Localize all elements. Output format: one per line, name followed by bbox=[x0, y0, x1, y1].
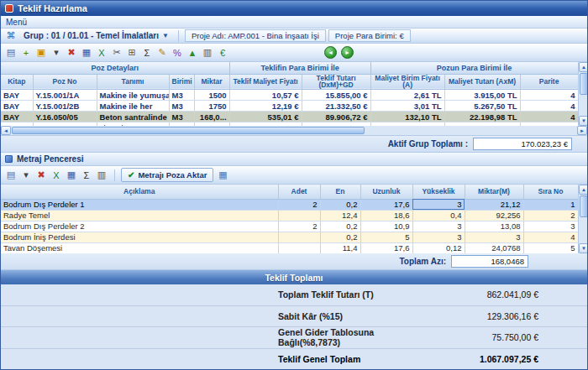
cell-birim[interactable]: M3 bbox=[169, 101, 194, 112]
cell-adet[interactable]: 2 bbox=[278, 221, 320, 232]
scroll-up-icon[interactable]: ▲ bbox=[579, 185, 587, 195]
cell-parite[interactable]: 4 bbox=[520, 112, 578, 122]
excel-icon[interactable]: X bbox=[95, 46, 108, 60]
scroll-down-icon[interactable]: ▼ bbox=[579, 116, 587, 126]
scrollbar-thumb[interactable] bbox=[580, 73, 587, 95]
print-icon[interactable]: ▥ bbox=[95, 169, 108, 182]
col-header-maliyet-tutari[interactable]: Maliyet Tutarı (AxM) bbox=[444, 74, 520, 90]
cell-miktar-m[interactable]: 21,12 bbox=[465, 199, 523, 210]
add-icon[interactable]: + bbox=[19, 46, 33, 60]
cell-yukseklik[interactable]: 0,12 bbox=[412, 242, 465, 253]
cell-pozno[interactable]: Y.15.001/1A bbox=[33, 90, 97, 101]
cell-aciklama[interactable]: Bodrum İniş Perdesi bbox=[1, 232, 278, 242]
cell-teklif-tutari[interactable]: 15.855,00 € bbox=[302, 90, 370, 101]
group-selector[interactable]: Grup : 01 / 01.01 - Temel İmalatları ▼ bbox=[20, 30, 172, 41]
col-header-birim[interactable]: Birimi bbox=[169, 74, 194, 90]
print-icon[interactable]: ▥ bbox=[201, 46, 214, 60]
col-header-yukseklik[interactable]: Yükseklik bbox=[412, 185, 465, 199]
metraj-vertical-scrollbar[interactable]: ▲ ▼ bbox=[578, 185, 587, 253]
cell-adet[interactable]: 2 bbox=[278, 199, 320, 210]
cell-adet[interactable] bbox=[278, 232, 320, 242]
table-row[interactable]: Bodrum İniş Perdesi 0,2 5 3 3 4 bbox=[1, 232, 578, 242]
cell-uzunluk[interactable]: 18,6 bbox=[360, 210, 412, 221]
col-header-uzunluk[interactable]: Uzunluk bbox=[360, 185, 412, 199]
cell-tanim[interactable]: Beton santralinde bbox=[97, 112, 169, 122]
cell-kitap[interactable]: BAY bbox=[1, 90, 33, 101]
edit-icon[interactable]: ✎ bbox=[155, 46, 169, 60]
cell-sira-no[interactable]: 2 bbox=[523, 210, 578, 221]
cell-aciklama[interactable]: Tavan Döşemesi bbox=[1, 242, 278, 253]
cell-miktar[interactable]: 1750 bbox=[194, 101, 229, 112]
cell-birim[interactable]: M3 bbox=[169, 90, 194, 101]
new-page-icon[interactable]: ▤ bbox=[4, 46, 18, 60]
folder-icon[interactable]: ▣ bbox=[34, 46, 48, 60]
col-header-teklif-maliyet-fiyati[interactable]: Teklif Maliyet Fiyatı bbox=[229, 74, 302, 90]
cell-kitap[interactable]: BAY bbox=[1, 112, 33, 122]
cell-uzunluk[interactable]: 5 bbox=[360, 232, 412, 242]
table-row[interactable]: BAY Y.15.001/2B Makine ile her M3 1750 1… bbox=[1, 101, 578, 112]
hierarchy-icon[interactable]: ⌘ bbox=[4, 29, 18, 43]
excel-icon[interactable]: X bbox=[50, 169, 63, 182]
cell-uzunluk[interactable]: 10,9 bbox=[360, 221, 412, 232]
scroll-down-icon[interactable]: ▼ bbox=[579, 243, 587, 253]
cell-en[interactable]: 0,2 bbox=[320, 221, 360, 232]
cell-aciklama[interactable]: Bodrum Dış Perdeler 1 bbox=[1, 199, 278, 210]
cut-icon[interactable]: ✂ bbox=[110, 46, 123, 60]
scroll-left-icon[interactable]: ◄ bbox=[1, 126, 11, 135]
cell-teklif-tutari[interactable]: 89.906,72 € bbox=[302, 112, 370, 122]
col-header-sira-no[interactable]: Sıra No bbox=[523, 185, 578, 199]
col-header-miktar[interactable]: Miktar bbox=[194, 74, 229, 90]
cell-sira-no[interactable]: 5 bbox=[523, 242, 578, 253]
col-header-adet[interactable]: Adet bbox=[278, 185, 320, 199]
cell-yukseklik[interactable]: 3 bbox=[412, 232, 465, 242]
nav-back-icon[interactable]: ◄ bbox=[324, 46, 337, 59]
table-row[interactable]: Bodrum Dış Perdeler 1 2 0,2 17,6 3 21,12… bbox=[1, 199, 578, 210]
metraji-poza-aktar-button[interactable]: ✔ Metrajı Poza Aktar bbox=[121, 168, 213, 182]
table-icon[interactable]: ▦ bbox=[216, 169, 229, 182]
cell-yukseklik[interactable]: 3 bbox=[412, 221, 465, 232]
dropdown-icon[interactable]: ▾ bbox=[19, 169, 33, 182]
col-header-en[interactable]: En bbox=[320, 185, 360, 199]
percent-icon[interactable]: % bbox=[171, 46, 184, 60]
cell-yukseklik[interactable]: 3 bbox=[412, 199, 465, 210]
cell-kitap[interactable]: BAY bbox=[1, 101, 33, 112]
chart-icon[interactable]: ▲ bbox=[186, 46, 199, 60]
cell-sira-no[interactable]: 3 bbox=[523, 221, 578, 232]
col-header-teklif-tutari[interactable]: Teklif Tutarı (DxM)+GD bbox=[302, 74, 370, 90]
poz-vertical-scrollbar[interactable]: ▲ ▼ bbox=[578, 62, 587, 126]
col-header-kitap[interactable]: Kitap bbox=[1, 74, 33, 90]
scrollbar-thumb[interactable] bbox=[580, 195, 587, 217]
copy-icon[interactable]: ⊞ bbox=[125, 46, 139, 60]
table-row[interactable]: Radye Temel 12,4 18,6 0,4 92,256 2 bbox=[1, 210, 578, 221]
currency-icon[interactable]: € bbox=[216, 46, 229, 60]
cell-uzunluk[interactable]: 17,6 bbox=[360, 199, 412, 210]
cell-pozno[interactable]: Y.16.050/05 bbox=[33, 112, 97, 122]
cell-maliyet-tutari[interactable]: 3.915,00 TL bbox=[444, 90, 520, 101]
col-header-tanim[interactable]: Tanımı bbox=[97, 74, 169, 90]
cell-maliyet-birim-fiyati[interactable]: 2,61 TL bbox=[370, 90, 444, 101]
menu-item-menu[interactable]: Menü bbox=[6, 18, 27, 27]
col-header-miktar-m[interactable]: Miktar(M) bbox=[465, 185, 523, 199]
cell-maliyet-tutari[interactable]: 22.198,98 TL bbox=[444, 112, 520, 122]
cell-miktar-m[interactable]: 3 bbox=[465, 232, 523, 242]
cell-miktar[interactable]: 168,0... bbox=[194, 112, 229, 122]
cell-en[interactable]: 12,4 bbox=[320, 210, 360, 221]
cell-sira-no[interactable]: 1 bbox=[523, 199, 578, 210]
cell-en[interactable]: 0,2 bbox=[320, 199, 360, 210]
table-row[interactable]: Bodrum Dış Perdeler 2 2 0,2 10,9 3 13,08… bbox=[1, 221, 578, 232]
table-row[interactable]: BAY Y.16.050/05 Beton santralinde M3 168… bbox=[1, 112, 578, 122]
cell-maliyet-birim-fiyati[interactable]: 3,01 TL bbox=[370, 101, 444, 112]
cell-uzunluk[interactable]: 17,6 bbox=[360, 242, 412, 253]
cell-aciklama[interactable]: Radye Temel bbox=[1, 210, 278, 221]
delete-icon[interactable]: ✖ bbox=[65, 46, 78, 60]
cell-miktar[interactable]: 1500 bbox=[194, 90, 229, 101]
table-row[interactable]: BAY Y.15.001/1A Makine ile yumuşak M3 15… bbox=[1, 90, 578, 101]
cell-miktar-m[interactable]: 13,08 bbox=[465, 221, 523, 232]
col-header-maliyet-birim-fiyati[interactable]: Maliyet Birim Fiyatı (A) bbox=[370, 74, 444, 90]
cell-adet[interactable] bbox=[278, 242, 320, 253]
cell-pozno[interactable]: Y.15.001/2B bbox=[33, 101, 97, 112]
sum-icon[interactable]: Σ bbox=[140, 46, 154, 60]
table-row[interactable]: Tavan Döşemesi 11,4 17,6 0,12 24,0768 5 bbox=[1, 242, 578, 253]
cell-miktar-m[interactable]: 92,256 bbox=[465, 210, 523, 221]
cell-adet[interactable] bbox=[278, 210, 320, 221]
